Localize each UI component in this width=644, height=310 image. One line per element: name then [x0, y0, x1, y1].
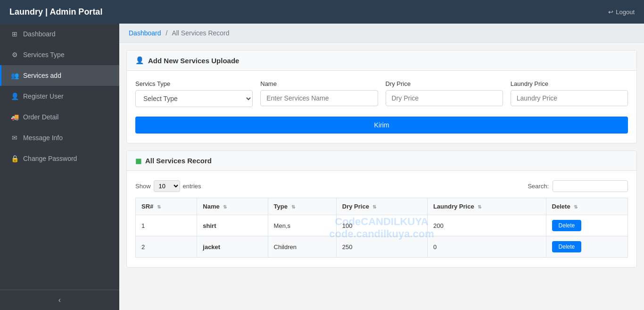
grid-icon: ▦ [135, 157, 141, 165]
navbar: Laundry | Admin Portal ↩ Logout [0, 0, 644, 24]
breadcrumb: Dashboard / All Services Record [119, 24, 644, 43]
sidebar-item-services-type[interactable]: ⚙ Services Type [0, 44, 119, 65]
cell-laundry-price: 0 [427, 236, 546, 258]
search-box: Search: [528, 180, 628, 192]
services-type-select[interactable]: Select Type Men,s Women Children All [135, 90, 253, 107]
cell-sr: 1 [136, 215, 197, 236]
message-info-icon: ✉ [11, 134, 18, 142]
cell-name: shirt [197, 215, 268, 236]
col-sr: SR# ⇅ [136, 198, 197, 215]
all-services-card-header: ▦ All Services Record [127, 151, 636, 171]
cell-dry-price: 100 [336, 215, 427, 236]
services-type-icon: ⚙ [11, 51, 18, 59]
delete-button[interactable]: Delete [552, 241, 582, 252]
cell-delete: Delete [546, 236, 627, 258]
col-name: Name ⇅ [197, 198, 268, 215]
add-services-form-row: Servics Type Select Type Men,s Women Chi… [135, 80, 628, 107]
sidebar-item-services-add[interactable]: 👥 Services add [0, 65, 119, 86]
col-laundry-price: Laundry Price ⇅ [427, 198, 546, 215]
laundry-price-input[interactable] [511, 90, 628, 106]
table-row: 2 jacket Children 250 0 Delete [136, 236, 628, 258]
sidebar-item-change-password[interactable]: 🔒 Change Password [0, 148, 119, 169]
laundry-price-group: Laundry Price [511, 80, 628, 107]
breadcrumb-dashboard-link[interactable]: Dashboard [129, 29, 161, 37]
show-entries-control: Show 5 10 25 50 100 entries [135, 180, 201, 192]
col-delete: Delete ⇅ [546, 198, 627, 215]
all-services-card-body: Show 5 10 25 50 100 entries Search: [127, 171, 636, 267]
add-services-header-icon: 👤 [135, 56, 144, 65]
service-name-label: Name [260, 80, 378, 87]
order-detail-icon: 🚚 [11, 113, 18, 121]
dry-price-input[interactable] [386, 90, 503, 106]
register-user-icon: 👤 [11, 92, 18, 100]
col-type: Type ⇅ [268, 198, 336, 215]
cell-name: jacket [197, 236, 268, 258]
add-services-card-body: Servics Type Select Type Men,s Women Chi… [127, 71, 636, 143]
add-services-card: 👤 Add New Services Uploade Servics Type … [126, 50, 637, 143]
laundry-price-label: Laundry Price [511, 80, 628, 87]
services-table: SR# ⇅ Name ⇅ Type ⇅ Dry Price ⇅ Laundry … [135, 198, 628, 258]
services-type-group: Servics Type Select Type Men,s Women Chi… [135, 80, 253, 107]
sidebar-item-register-user[interactable]: 👤 Register User [0, 86, 119, 107]
service-name-group: Name [260, 80, 378, 107]
table-row: 1 shirt Men,s 100 200 Delete [136, 215, 628, 236]
service-name-input[interactable] [260, 90, 378, 106]
logout-button[interactable]: ↩ Logout [608, 8, 635, 16]
app-title: Laundry | Admin Portal [9, 7, 102, 17]
cell-dry-price: 250 [336, 236, 427, 258]
table-controls: Show 5 10 25 50 100 entries Search: [135, 180, 628, 192]
cell-type: Children [268, 236, 336, 258]
dashboard-icon: ⊞ [11, 30, 18, 38]
search-input[interactable] [553, 180, 628, 192]
sidebar-item-message-info[interactable]: ✉ Message Info [0, 127, 119, 148]
breadcrumb-current: All Services Record [172, 29, 229, 37]
all-services-card: ▦ All Services Record Show 5 10 25 50 10… [126, 151, 637, 268]
kirim-button[interactable]: Kirim [135, 117, 628, 134]
breadcrumb-separator: / [165, 29, 167, 37]
table-wrapper: CodeCANDILKUYA code.candilkuya.com SR# ⇅… [135, 198, 628, 258]
logout-icon: ↩ [608, 8, 613, 16]
sidebar-collapse-button[interactable]: ‹ [0, 290, 119, 310]
sidebar-item-order-detail[interactable]: 🚚 Order Detail [0, 107, 119, 127]
entries-select[interactable]: 5 10 25 50 100 [154, 180, 180, 192]
col-dry-price: Dry Price ⇅ [336, 198, 427, 215]
cell-type: Men,s [268, 215, 336, 236]
dry-price-group: Dry Price [386, 80, 503, 107]
cell-sr: 2 [136, 236, 197, 258]
services-add-icon: 👥 [11, 72, 18, 79]
sidebar: ⊞ Dashboard ⚙ Services Type 👥 Services a… [0, 24, 119, 310]
main-content: Dashboard / All Services Record 👤 Add Ne… [119, 24, 644, 310]
add-services-card-header: 👤 Add New Services Uploade [127, 50, 636, 71]
services-type-label: Servics Type [135, 80, 253, 87]
cell-delete: Delete [546, 215, 627, 236]
delete-button[interactable]: Delete [552, 220, 582, 231]
cell-laundry-price: 200 [427, 215, 546, 236]
sidebar-item-dashboard[interactable]: ⊞ Dashboard [0, 24, 119, 44]
dry-price-label: Dry Price [386, 80, 503, 87]
change-password-icon: 🔒 [11, 155, 18, 162]
